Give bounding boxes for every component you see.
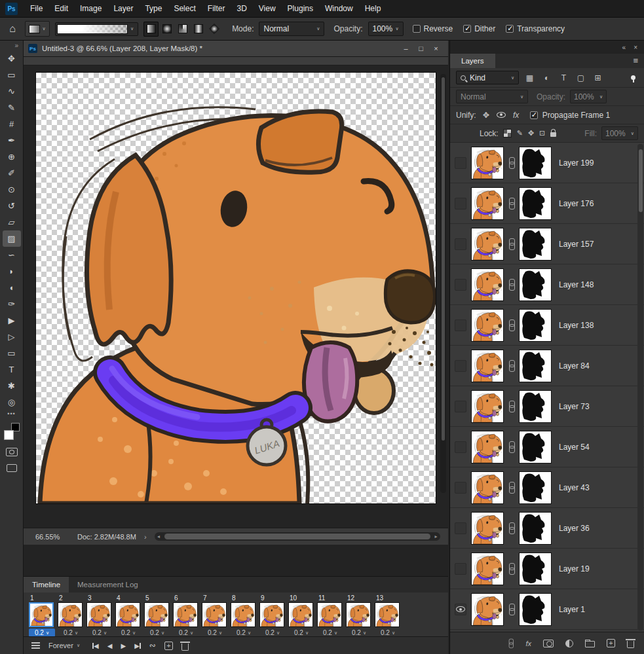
marquee-tool[interactable]: ▭ bbox=[3, 67, 21, 83]
layer-mask-thumbnail[interactable] bbox=[520, 513, 551, 544]
layer-thumbnail[interactable] bbox=[472, 391, 503, 422]
menu-item-edit[interactable]: Edit bbox=[48, 0, 74, 17]
layer-opacity-select[interactable]: 100%∨ bbox=[570, 90, 607, 103]
layer-row[interactable]: Layer 19 bbox=[450, 549, 644, 589]
checkbox[interactable] bbox=[413, 25, 421, 33]
frame-thumbnail[interactable] bbox=[317, 602, 342, 627]
unify-position-icon[interactable]: ✥ bbox=[481, 111, 491, 120]
frame-thumbnail[interactable] bbox=[259, 602, 284, 627]
collapse-panels-icon[interactable]: « bbox=[622, 44, 626, 51]
layer-thumbnail[interactable] bbox=[472, 594, 503, 625]
foreground-color-swatch[interactable] bbox=[4, 430, 14, 440]
close-panel-icon[interactable]: × bbox=[634, 44, 637, 51]
layer-thumbnail[interactable] bbox=[472, 228, 503, 260]
menu-item-type[interactable]: Type bbox=[139, 0, 168, 17]
layer-thumbnail[interactable] bbox=[472, 472, 503, 503]
unify-visibility-icon[interactable] bbox=[496, 111, 506, 120]
history-brush-tool[interactable]: ↺ bbox=[3, 198, 21, 214]
layer-thumbnail[interactable] bbox=[472, 310, 503, 341]
scroll-left-icon[interactable]: ◂ bbox=[155, 534, 163, 539]
timeline-frame[interactable]: 4 0.2∨ bbox=[115, 594, 144, 637]
layer-mask-thumbnail[interactable] bbox=[520, 472, 551, 503]
layer-visibility-toggle[interactable] bbox=[455, 522, 466, 534]
propagate-checkbox[interactable] bbox=[530, 111, 538, 119]
duplicate-frame-icon[interactable] bbox=[164, 642, 173, 650]
layer-row[interactable]: Layer 157 bbox=[450, 224, 644, 264]
canvas[interactable] bbox=[36, 73, 436, 503]
layer-visibility-toggle[interactable] bbox=[455, 563, 466, 575]
menu-item-plugins[interactable]: Plugins bbox=[282, 0, 319, 17]
layer-mask-thumbnail[interactable] bbox=[520, 228, 551, 260]
layer-thumbnail[interactable] bbox=[472, 431, 503, 463]
layer-row[interactable]: Layer 36 bbox=[450, 508, 644, 549]
menu-item-view[interactable]: View bbox=[253, 0, 282, 17]
new-layer-icon[interactable] bbox=[607, 639, 615, 647]
zoom-tool[interactable]: ◎ bbox=[3, 394, 21, 410]
frame-thumbnail[interactable] bbox=[288, 602, 313, 627]
frame-thumbnail[interactable] bbox=[202, 602, 227, 627]
tab-timeline[interactable]: Timeline bbox=[24, 577, 69, 592]
timeline-frame[interactable]: 13 0.2∨ bbox=[375, 594, 404, 637]
frame-thumbnail[interactable] bbox=[29, 602, 54, 627]
layer-visibility-toggle[interactable] bbox=[455, 401, 466, 412]
timeline-menu-icon[interactable] bbox=[31, 642, 40, 649]
close-button[interactable]: × bbox=[428, 45, 444, 52]
mask-link-icon[interactable] bbox=[508, 198, 514, 209]
smart-object-filter-icon[interactable]: ⊞ bbox=[592, 71, 604, 84]
mask-link-icon[interactable] bbox=[508, 563, 514, 575]
timeline-frame[interactable]: 8 0.2∨ bbox=[231, 594, 259, 637]
gradient-tool[interactable]: ▨ bbox=[3, 230, 21, 247]
linear-gradient-button[interactable] bbox=[143, 22, 159, 37]
play-button[interactable]: ▶ bbox=[121, 642, 126, 649]
adjustment-layer-icon[interactable] bbox=[565, 640, 573, 647]
mask-link-icon[interactable] bbox=[508, 604, 514, 615]
panel-menu-icon[interactable]: ≡ bbox=[633, 56, 638, 65]
brush-tool[interactable]: ✐ bbox=[3, 165, 21, 181]
timeline-frame[interactable]: 6 0.2∨ bbox=[173, 594, 202, 637]
zoom-level[interactable]: 66.55% bbox=[35, 533, 73, 541]
mask-link-icon[interactable] bbox=[508, 401, 514, 412]
new-group-icon[interactable] bbox=[585, 641, 595, 647]
lock-paint-icon[interactable]: ✎ bbox=[517, 129, 523, 137]
layer-visibility-toggle[interactable] bbox=[455, 319, 466, 331]
menu-item-help[interactable]: Help bbox=[359, 0, 387, 17]
link-layers-icon[interactable] bbox=[508, 639, 513, 648]
type-tool[interactable]: T bbox=[3, 361, 21, 378]
timeline-frame[interactable]: 1 0.2∨ bbox=[29, 594, 58, 637]
layer-thumbnail[interactable] bbox=[472, 350, 503, 382]
smudge-tool[interactable]: ∽ bbox=[3, 247, 21, 263]
layer-visibility-toggle[interactable] bbox=[455, 441, 466, 453]
layer-row[interactable]: Layer 54 bbox=[450, 427, 644, 467]
document-title-bar[interactable]: Ps Untitled-3 @ 66.6% (Layer 208, Layer … bbox=[24, 41, 448, 57]
first-frame-button[interactable]: ◀ bbox=[92, 642, 99, 649]
quick-selection-tool[interactable]: ✎ bbox=[3, 100, 21, 116]
minimize-button[interactable]: – bbox=[398, 45, 413, 52]
layer-visibility-toggle[interactable] bbox=[455, 238, 466, 250]
previous-frame-button[interactable]: ◀ bbox=[107, 642, 113, 649]
menu-item-3d[interactable]: 3D bbox=[231, 0, 252, 17]
layer-mask-thumbnail[interactable] bbox=[520, 431, 551, 463]
shape-layer-filter-icon[interactable]: ▢ bbox=[575, 71, 587, 84]
layer-row[interactable]: Layer 43 bbox=[450, 467, 644, 508]
frame-thumbnail[interactable] bbox=[231, 602, 256, 627]
layer-row[interactable]: Layer 84 bbox=[450, 346, 644, 386]
checkbox[interactable] bbox=[506, 25, 514, 33]
lock-transparency-icon[interactable] bbox=[503, 129, 512, 137]
hand-tool[interactable]: ✱ bbox=[3, 378, 21, 394]
adjustment-layer-filter-icon[interactable]: ◐ bbox=[540, 71, 553, 84]
toggle-reverse[interactable]: Reverse bbox=[413, 24, 453, 33]
layer-row[interactable]: Layer 138 bbox=[450, 305, 644, 346]
timeline-frame[interactable]: 10 0.2∨ bbox=[288, 594, 317, 637]
delete-frame-icon[interactable] bbox=[181, 644, 189, 651]
scrollbar-track[interactable] bbox=[163, 532, 432, 541]
frame-thumbnail[interactable] bbox=[144, 602, 169, 627]
layer-row[interactable]: Layer 148 bbox=[450, 264, 644, 305]
frame-thumbnail[interactable] bbox=[375, 602, 400, 627]
menu-item-window[interactable]: Window bbox=[319, 0, 359, 17]
move-tool[interactable]: ✥ bbox=[3, 50, 21, 67]
layer-style-icon[interactable]: fx bbox=[525, 640, 531, 647]
layer-mask-thumbnail[interactable] bbox=[520, 269, 551, 300]
lock-artboard-icon[interactable]: ⊡ bbox=[539, 129, 545, 137]
mask-link-icon[interactable] bbox=[508, 522, 514, 534]
fill-select[interactable]: 100%∨ bbox=[601, 126, 638, 140]
